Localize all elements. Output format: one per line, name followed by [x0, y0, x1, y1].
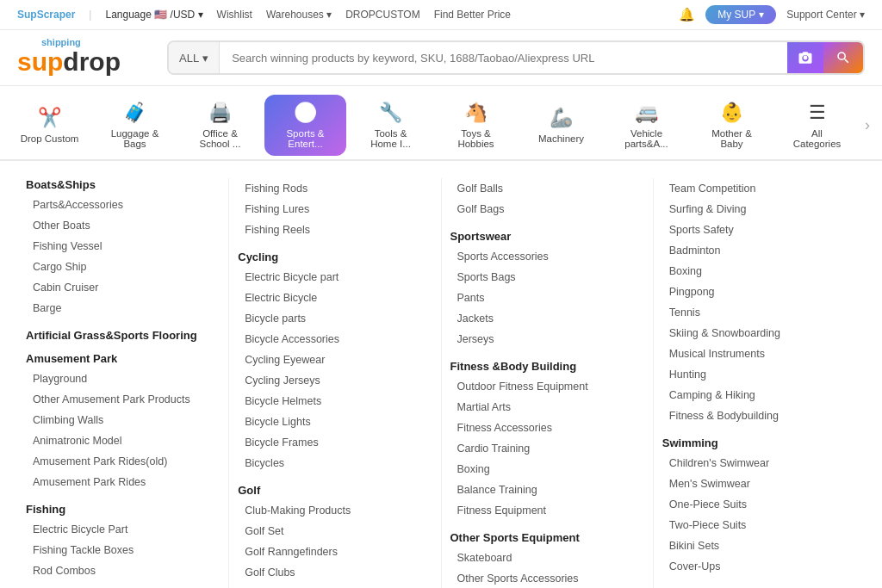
- search-input[interactable]: [220, 42, 787, 73]
- cat-sports-entert[interactable]: 🏀 Sports & Entert...: [264, 95, 346, 156]
- menu-item[interactable]: Pants: [450, 288, 644, 308]
- menu-item[interactable]: Fitness Equipment: [450, 500, 644, 521]
- supscraper-link[interactable]: SupScraper: [17, 9, 75, 21]
- language-label: Language 🇺🇸 /USD ▾: [105, 9, 202, 21]
- menu-item[interactable]: Cycling Eyewear: [238, 350, 432, 370]
- menu-item[interactable]: Fitness & Bodybuilding: [662, 405, 856, 426]
- menu-item[interactable]: Outdoor Fitness Equipment: [450, 376, 644, 397]
- menu-item[interactable]: Club-Making Products: [238, 500, 432, 521]
- menu-col-2: Fishing Rods Fishing Lures Fishing Reels…: [229, 178, 441, 588]
- menu-item[interactable]: Golf Balls: [450, 178, 644, 199]
- menu-item[interactable]: Jerseys: [450, 329, 644, 350]
- menu-item[interactable]: Fitness Accessories: [450, 418, 644, 438]
- menu-item[interactable]: Cargo Ship: [26, 257, 220, 277]
- menu-item[interactable]: Cover-Ups: [662, 556, 856, 577]
- menu-item[interactable]: Cycling Jerseys: [238, 370, 432, 391]
- section-golf: Golf: [238, 484, 432, 497]
- menu-item[interactable]: Bicycles: [238, 453, 432, 473]
- cat-mother-baby[interactable]: 👶 Mother & Baby: [691, 95, 773, 156]
- menu-item[interactable]: Bicycle Helmets: [238, 391, 432, 412]
- vehicle-parts-icon: 🚐: [635, 102, 658, 124]
- support-center-link[interactable]: Support Center ▾: [786, 9, 865, 21]
- wishlist-link[interactable]: Wishlist: [217, 9, 252, 21]
- cat-toys-hobbies[interactable]: 🐴 Toys & Hobbies: [435, 95, 517, 156]
- menu-item-boxing-2[interactable]: Boxing: [662, 261, 856, 282]
- menu-item[interactable]: Balance Training: [450, 480, 644, 500]
- menu-item[interactable]: Amusement Park Rides: [26, 472, 220, 492]
- menu-item-golf-clubs[interactable]: Golf Clubs: [238, 562, 432, 583]
- logo: shipping supdrop: [17, 39, 155, 77]
- dropdown-panel: Boats&Ships Parts&Accessories Other Boat…: [0, 161, 882, 588]
- menu-item[interactable]: Fishing Tackle Boxes: [26, 540, 220, 560]
- cat-drop-custom[interactable]: ✂️ Drop Custom: [9, 100, 90, 151]
- cat-tools-home[interactable]: 🔧 Tools & Home I...: [350, 95, 432, 156]
- cat-all-categories[interactable]: ☰ All Categories: [776, 95, 858, 156]
- menu-item[interactable]: Amusement Park Rides(old): [26, 451, 220, 472]
- dropcustom-link[interactable]: DROPCUSTOM: [345, 9, 419, 21]
- menu-item[interactable]: Climbing Walls: [26, 410, 220, 430]
- menu-item[interactable]: Cardio Training: [450, 438, 644, 459]
- menu-item[interactable]: Badminton: [662, 240, 856, 261]
- all-categories-icon: ☰: [809, 102, 826, 124]
- luggage-bags-icon: 🧳: [123, 102, 146, 124]
- search-button[interactable]: [823, 42, 863, 73]
- menu-item[interactable]: Golf Ranngefinders: [238, 542, 432, 562]
- menu-item[interactable]: Parts&Accessories: [26, 195, 220, 215]
- menu-item[interactable]: Tennis: [662, 302, 856, 323]
- menu-item[interactable]: Cabin Cruiser: [26, 277, 220, 298]
- menu-item[interactable]: Golf Bags: [450, 199, 644, 220]
- cat-luggage-bags[interactable]: 🧳 Luggage & Bags: [94, 95, 176, 156]
- menu-item[interactable]: Fishing Vessel: [26, 236, 220, 257]
- menu-item[interactable]: Sports Safety: [662, 220, 856, 240]
- menu-item[interactable]: Other Sports Accessories: [450, 568, 644, 588]
- menu-item[interactable]: Golf Set: [238, 521, 432, 542]
- menu-item[interactable]: Fishing Rods: [238, 178, 432, 199]
- menu-item[interactable]: Sports Accessories: [450, 246, 644, 267]
- menu-item[interactable]: Other Boats: [26, 215, 220, 236]
- menu-item[interactable]: Other Amusement Park Products: [26, 389, 220, 410]
- menu-item[interactable]: Skateboard: [450, 548, 644, 568]
- menu-item[interactable]: Martial Arts: [450, 397, 644, 418]
- warehouses-link[interactable]: Warehouses ▾: [266, 9, 332, 21]
- menu-item[interactable]: Fishing Reels: [238, 220, 432, 240]
- menu-item[interactable]: Bicycle Accessories: [238, 329, 432, 350]
- section-cycling: Cycling: [238, 251, 432, 263]
- menu-item[interactable]: Barge: [26, 298, 220, 319]
- menu-item[interactable]: Skiing & Snowboarding: [662, 323, 856, 344]
- menu-item[interactable]: Fishing Lures: [238, 199, 432, 220]
- menu-item[interactable]: Electric Bicycle Part: [26, 519, 220, 540]
- menu-item[interactable]: Team Competition: [662, 178, 856, 199]
- category-next-button[interactable]: ›: [861, 116, 873, 134]
- menu-item[interactable]: Electric Bicycle part: [238, 267, 432, 288]
- menu-item[interactable]: Bicycle parts: [238, 308, 432, 329]
- menu-item-rod-combos[interactable]: Rod Combos: [26, 560, 220, 581]
- menu-item[interactable]: Pingpong: [662, 282, 856, 302]
- menu-item[interactable]: Musical Instruments: [662, 344, 856, 364]
- menu-item[interactable]: Two-Piece Suits: [662, 515, 856, 535]
- menu-item[interactable]: Bikini Sets: [662, 535, 856, 556]
- camera-search-button[interactable]: [787, 42, 823, 73]
- menu-item[interactable]: One-Piece Suits: [662, 494, 856, 515]
- my-sup-button[interactable]: My SUP ▾: [705, 5, 776, 24]
- category-row: ✂️ Drop Custom 🧳 Luggage & Bags 🖨️ Offic…: [0, 86, 882, 161]
- menu-item[interactable]: Surfing & Diving: [662, 199, 856, 220]
- menu-item[interactable]: Bicycle Lights: [238, 412, 432, 432]
- menu-item[interactable]: Sports Bags: [450, 267, 644, 288]
- menu-item[interactable]: Hunting: [662, 364, 856, 385]
- menu-item[interactable]: Animatronic Model: [26, 430, 220, 451]
- section-swimming: Swimming: [662, 436, 856, 449]
- menu-item[interactable]: Children's Swimwear: [662, 453, 856, 473]
- menu-item[interactable]: Electric Bicycle: [238, 288, 432, 308]
- cat-vehicle-parts[interactable]: 🚐 Vehicle parts&A...: [606, 95, 687, 156]
- search-category-select[interactable]: ALL ▾: [169, 42, 220, 73]
- cat-machinery[interactable]: 🦾 Machinery: [520, 100, 602, 151]
- find-better-price-link[interactable]: Find Better Price: [434, 9, 511, 21]
- menu-item[interactable]: Men's Swimwear: [662, 473, 856, 494]
- menu-item[interactable]: Jackets: [450, 308, 644, 329]
- menu-item-boxing[interactable]: Boxing: [450, 459, 644, 480]
- menu-item[interactable]: Camping & Hiking: [662, 385, 856, 405]
- menu-item-playground[interactable]: Playground: [26, 368, 220, 389]
- mother-baby-icon: 👶: [720, 102, 743, 124]
- cat-office-school[interactable]: 🖨️ Office & School ...: [179, 95, 261, 156]
- menu-item[interactable]: Bicycle Frames: [238, 432, 432, 453]
